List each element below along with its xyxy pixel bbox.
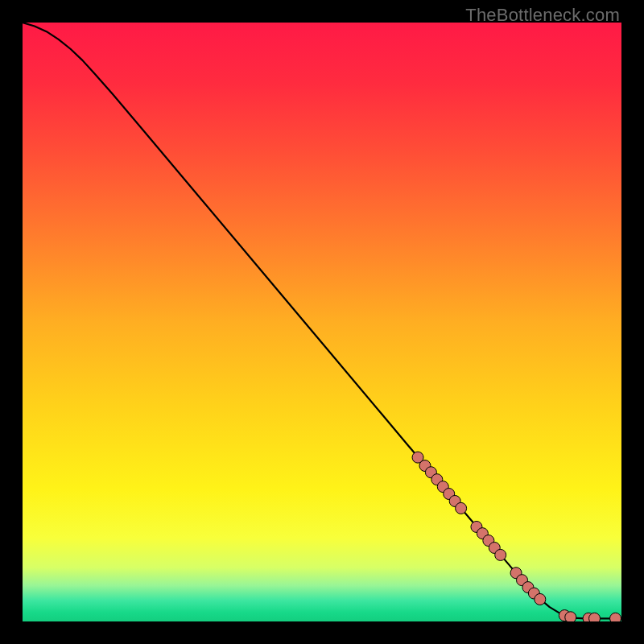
data-point xyxy=(565,612,576,621)
chart-stage: TheBottleneck.com xyxy=(0,0,644,644)
plot-area xyxy=(23,23,621,621)
data-point xyxy=(495,549,506,560)
gradient-background xyxy=(23,23,621,621)
data-point xyxy=(456,502,467,514)
data-point xyxy=(535,593,546,605)
watermark-text: TheBottleneck.com xyxy=(465,5,620,26)
data-point xyxy=(610,613,621,621)
data-point xyxy=(589,613,601,621)
chart-svg xyxy=(23,23,621,621)
